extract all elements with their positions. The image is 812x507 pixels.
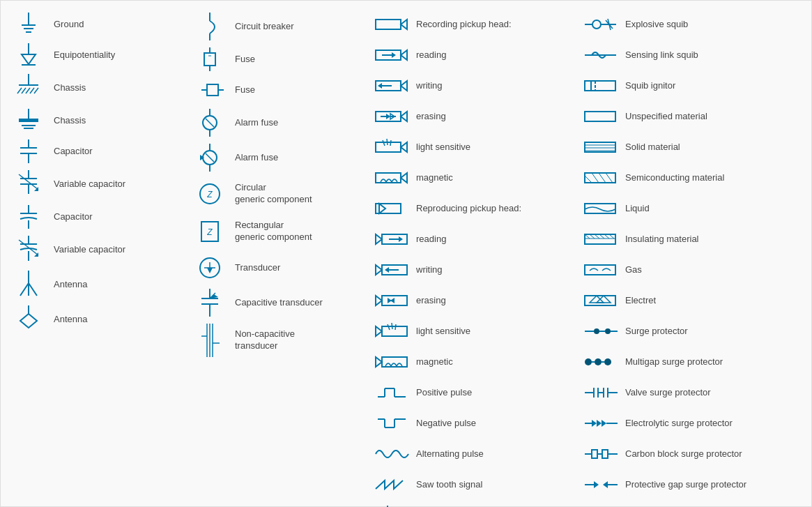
svg-marker-96 (386, 114, 390, 119)
symbol-circular-generic: Z (191, 177, 229, 211)
symbol-antenna2 (10, 304, 48, 335)
label-unspecified-material: Unspecified material (625, 111, 707, 123)
svg-point-149 (592, 20, 601, 29)
symbol-ground (10, 11, 48, 38)
svg-point-186 (595, 358, 602, 365)
label-circuit-breaker: Circuit breaker (235, 21, 294, 33)
symbol-electret (581, 293, 620, 308)
svg-marker-116 (376, 265, 382, 275)
label-negative-pulse: Negative pulse (416, 418, 476, 430)
svg-line-37 (20, 283, 29, 296)
item-capacitive-transducer: Capacitive transducer (191, 287, 361, 318)
svg-rect-45 (204, 53, 215, 66)
item-reproducing-pickup-head: Reproducing pickup head: (372, 195, 570, 222)
item-surge-protector: Surge protector (581, 318, 800, 345)
item-circular-generic: Z Circular generic component (191, 177, 361, 211)
symbol-fuse1 (191, 46, 229, 73)
symbol-variable-capacitor1 (10, 169, 48, 199)
item-alarm-fuse1: Alarm fuse (191, 107, 361, 138)
label-light-sensitive1: light sensitive (416, 142, 470, 153)
label-squib-ignitor: Squib ignitor (625, 80, 675, 92)
symbol-erasing1 (372, 107, 411, 126)
label-chassis1: Chassis (54, 82, 86, 94)
svg-marker-41 (20, 314, 37, 328)
label-antenna1: Antenna (54, 279, 87, 291)
symbol-reproducing-pickup-head (372, 198, 411, 219)
item-electrolytic-surge: Electrolytic surge protector (581, 410, 800, 437)
column-3: Recording pickup head: reading (367, 8, 576, 507)
label-saw-tooth: Saw tooth signal (416, 479, 482, 491)
svg-line-166 (606, 173, 613, 183)
item-alternating-pulse: Alternating pulse (372, 441, 570, 467)
label-insulating-material: Insulating material (625, 234, 699, 245)
svg-point-185 (585, 358, 592, 365)
item-sphere-gap-surge: Sphere gap surge protector (581, 502, 800, 507)
symbol-electrolytic-surge (581, 416, 620, 431)
svg-point-187 (604, 358, 611, 365)
symbol-magnetic2 (372, 352, 411, 372)
item-magnetic1: magnetic (372, 165, 570, 191)
svg-marker-121 (376, 296, 382, 305)
item-insulating-material: Insulating material (581, 226, 800, 252)
column-4: Explosive squib Sensing link squib Sq (576, 8, 806, 507)
item-erasing1: erasing (372, 103, 570, 130)
symbol-recording-pickup-head (372, 14, 411, 35)
symbol-valve-surge (581, 385, 620, 400)
label-light-sensitive2: light sensitive (416, 326, 470, 338)
column-1: Ground Equipotentiality (4, 8, 185, 507)
item-protective-gap-surge: Protective gap surge protector (581, 471, 800, 498)
symbol-positive-pulse (372, 383, 411, 402)
label-capacitor2: Capacitor (54, 211, 93, 223)
symbol-writing2 (372, 260, 411, 280)
item-semiconducting-material: Semiconducting material (581, 165, 800, 191)
symbol-writing1 (372, 76, 411, 96)
svg-rect-177 (585, 296, 615, 305)
symbol-protective-gap-surge (581, 477, 620, 492)
symbol-reading2 (372, 229, 411, 249)
symbol-unspecified-material (581, 109, 620, 124)
symbol-reading1 (372, 45, 411, 65)
item-reading1: reading (372, 42, 570, 68)
item-capacitor1: Capacitor (10, 138, 180, 165)
label-gas: Gas (625, 264, 642, 276)
item-alarm-fuse2: Alarm fuse (191, 142, 361, 173)
label-alarm-fuse1: Alarm fuse (235, 117, 278, 129)
symbol-multigap-surge (581, 354, 620, 370)
label-magnetic2: magnetic (416, 356, 453, 368)
label-variable-capacitor2: Variable capacitor (54, 244, 125, 256)
symbol-equipotentiality (10, 42, 48, 68)
symbol-rectangular-generic: Z (191, 215, 229, 248)
symbol-liquid (581, 201, 620, 216)
symbol-fuse2 (191, 77, 229, 103)
label-electrolytic-surge: Electrolytic surge protector (625, 418, 733, 430)
svg-line-130 (395, 324, 396, 330)
label-chassis2: Chassis (54, 115, 86, 127)
svg-rect-49 (207, 84, 218, 96)
svg-marker-126 (376, 326, 382, 336)
label-alternating-pulse: Alternating pulse (416, 448, 484, 460)
svg-rect-203 (592, 450, 597, 458)
item-writing2: writing (372, 257, 570, 283)
item-squib-ignitor: Squib ignitor (581, 73, 800, 99)
svg-line-53 (206, 119, 214, 127)
svg-line-163 (585, 176, 592, 183)
label-writing2: writing (416, 264, 443, 276)
symbol-alarm-fuse2 (191, 142, 229, 173)
svg-marker-109 (379, 204, 385, 213)
svg-rect-157 (585, 112, 615, 121)
label-fuse1: Fuse (235, 54, 255, 66)
symbol-magnetic1 (372, 168, 411, 188)
label-reproducing-pickup-head: Reproducing pickup head: (416, 203, 521, 215)
svg-line-129 (392, 323, 392, 329)
svg-marker-179 (597, 296, 611, 303)
main-page: Ground Equipotentiality (0, 0, 812, 507)
svg-rect-99 (376, 142, 401, 152)
item-chassis1: Chassis (10, 73, 180, 103)
svg-marker-100 (401, 142, 407, 152)
svg-rect-205 (602, 450, 608, 458)
item-writing1: writing (372, 73, 570, 99)
svg-marker-124 (390, 298, 394, 303)
item-electret: Electret (581, 287, 800, 314)
symbol-surge-protector (581, 324, 620, 339)
item-capacitor2: Capacitor (10, 204, 180, 230)
